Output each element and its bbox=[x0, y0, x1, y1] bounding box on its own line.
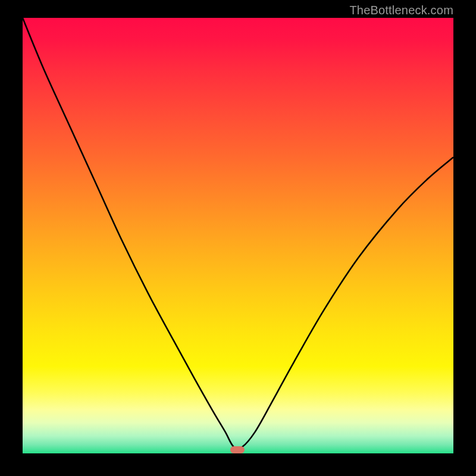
chart-frame: TheBottleneck.com bbox=[0, 0, 476, 476]
bottleneck-curve bbox=[23, 18, 453, 453]
plot-area bbox=[23, 18, 453, 453]
curve-path bbox=[23, 18, 453, 449]
minimum-marker bbox=[230, 446, 245, 453]
watermark-text: TheBottleneck.com bbox=[349, 4, 453, 17]
